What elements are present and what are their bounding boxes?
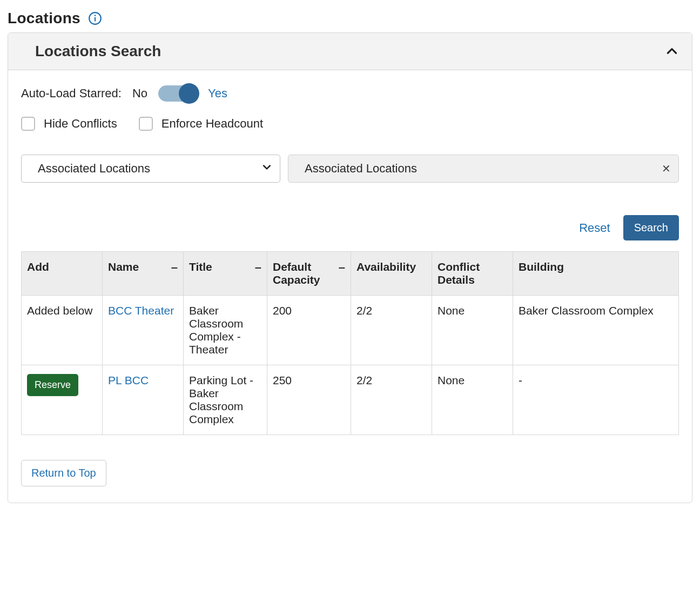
cell-title: Parking Lot - Baker Classroom Complex [184,365,267,435]
hide-conflicts-label: Hide Conflicts [44,117,117,131]
panel-header-title: Locations Search [35,43,161,60]
filter-tag-associated-locations: Associated Locations ✕ [288,155,679,183]
cell-conflict: None [432,365,513,435]
col-conflict: Conflict Details [432,252,513,296]
col-building: Building [513,252,679,296]
col-capacity[interactable]: Default Capacity– [267,252,351,296]
info-icon[interactable] [88,11,102,25]
reserve-button[interactable]: Reserve [27,374,78,396]
toggle-yes-label: Yes [208,86,227,101]
panel-header[interactable]: Locations Search [8,33,692,70]
tag-label: Associated Locations [305,162,417,175]
cell-building: - [513,365,679,435]
enforce-headcount-label: Enforce Headcount [161,117,263,131]
add-status: Added below [22,296,103,365]
cell-availability: 2/2 [351,365,432,435]
location-name-link[interactable]: BCC Theater [108,304,174,317]
location-type-select[interactable]: Associated Locations [21,155,280,183]
sort-icon[interactable]: – [339,260,345,275]
cell-capacity: 250 [267,365,351,435]
cell-capacity: 200 [267,296,351,365]
table-row: ReservePL BCCParking Lot - Baker Classro… [22,365,679,435]
auto-load-toggle[interactable] [158,85,197,102]
svg-point-2 [95,15,96,16]
table-row: Added belowBCC TheaterBaker Classroom Co… [22,296,679,365]
toggle-knob [179,83,199,104]
locations-table: Add Name– Title– Default Capacity– Avail… [21,251,679,435]
col-availability: Availability [351,252,432,296]
locations-search-panel: Locations Search Auto-Load Starred: No Y… [8,32,692,503]
chevron-up-icon[interactable] [665,44,679,58]
select-value: Associated Locations [38,162,150,175]
reset-button[interactable]: Reset [576,219,613,237]
checkbox-box[interactable] [21,117,35,131]
checkbox-box[interactable] [139,117,153,131]
cell-conflict: None [432,296,513,365]
search-button[interactable]: Search [623,215,679,240]
sort-icon[interactable]: – [171,260,178,275]
auto-load-label: Auto-Load Starred: [21,86,122,101]
return-to-top-button[interactable]: Return to Top [21,460,106,486]
cell-title: Baker Classroom Complex - Theater [184,296,267,365]
enforce-headcount-checkbox[interactable]: Enforce Headcount [139,117,263,131]
sort-icon[interactable]: – [255,260,261,275]
cell-availability: 2/2 [351,296,432,365]
chevron-down-icon [261,162,272,176]
cell-building: Baker Classroom Complex [513,296,679,365]
col-title[interactable]: Title– [184,252,267,296]
toggle-no-label: No [132,86,147,101]
hide-conflicts-checkbox[interactable]: Hide Conflicts [21,117,117,131]
location-name-link[interactable]: PL BCC [108,374,149,386]
col-add: Add [22,252,103,296]
col-name[interactable]: Name– [103,252,184,296]
page-title: Locations [8,10,80,27]
close-icon[interactable]: ✕ [662,162,671,175]
